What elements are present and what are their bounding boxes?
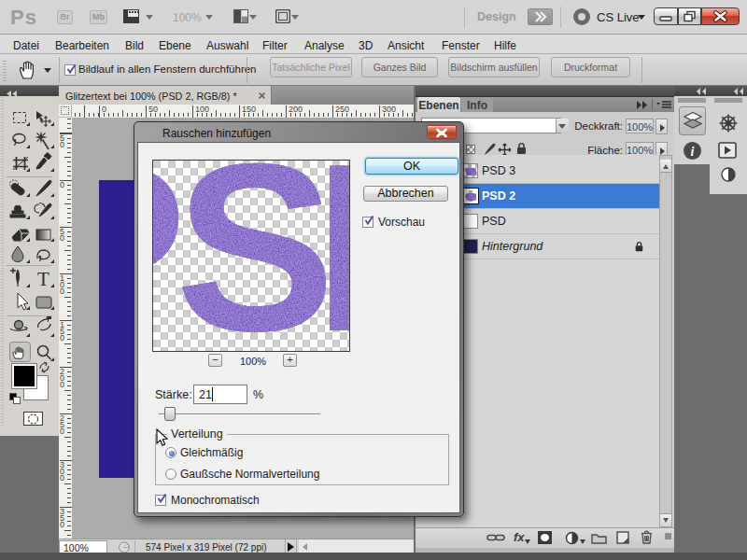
svg-text:i: i	[691, 145, 695, 159]
svg-text:D: D	[314, 161, 349, 351]
svg-text:T: T	[37, 268, 49, 290]
svg-text:S: S	[176, 161, 335, 351]
